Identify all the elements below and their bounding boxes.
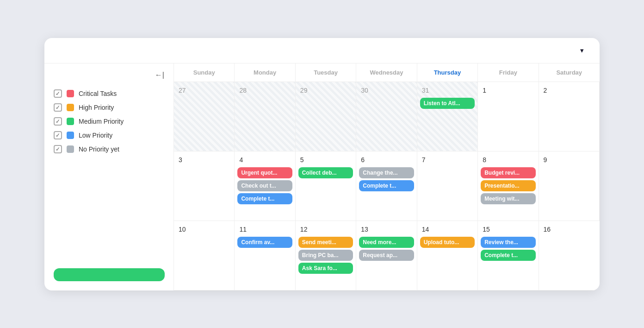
day-cell-1-6[interactable]: 9	[539, 151, 600, 221]
day-number: 12	[298, 225, 310, 234]
day-cell-0-0[interactable]: 27	[174, 82, 235, 151]
calendar-app: ▾ ←| Critical Tasks High Priority Medium…	[44, 38, 600, 290]
day-number: 16	[542, 225, 553, 234]
inapp-badge	[54, 268, 165, 281]
day-number: 1	[481, 86, 488, 95]
day-cell-0-3[interactable]: 30	[356, 82, 417, 151]
header-right: ▾	[577, 46, 588, 55]
color-critical	[67, 90, 74, 97]
checkbox-critical[interactable]	[54, 89, 62, 98]
day-number: 28	[237, 86, 248, 95]
event-chip[interactable]: Complete t...	[237, 193, 292, 204]
checkbox-medium[interactable]	[54, 117, 62, 126]
sidebar-item-critical[interactable]: Critical Tasks	[54, 87, 164, 101]
calendar-grid-area: SundayMondayTuesdayWednesdayThursdayFrid…	[174, 63, 600, 290]
day-number: 8	[481, 155, 488, 164]
event-chip[interactable]: Request ap...	[359, 250, 414, 261]
day-cell-0-4[interactable]: 31Listen to Atl...	[417, 82, 478, 151]
collapse-sidebar-button[interactable]: ←|	[155, 71, 164, 79]
event-chip[interactable]: Budget revi...	[481, 167, 535, 178]
event-chip[interactable]: Complete t...	[359, 180, 414, 191]
label-low: Low Priority	[79, 132, 112, 139]
day-cell-1-1[interactable]: 4Urgent quot...Check out t...Complete t.…	[235, 151, 295, 221]
event-chip[interactable]: Review the...	[481, 237, 535, 248]
label-none: No Priority yet	[79, 145, 119, 153]
header-left	[56, 49, 572, 52]
prev-month-button[interactable]	[65, 49, 72, 52]
event-chip[interactable]: Presentatio...	[481, 180, 535, 191]
day-cell-1-0[interactable]: 3	[174, 151, 235, 221]
color-low	[67, 132, 74, 139]
day-cell-1-3[interactable]: 6Change the...Complete t...	[356, 151, 417, 221]
day-number: 4	[237, 155, 245, 164]
day-number: 30	[359, 86, 370, 95]
sidebar-item-none[interactable]: No Priority yet	[54, 142, 164, 156]
color-high	[67, 104, 74, 111]
day-number: 5	[298, 155, 306, 164]
day-cell-0-2[interactable]: 29	[296, 82, 356, 151]
day-headers-row: SundayMondayTuesdayWednesdayThursdayFrid…	[174, 63, 600, 82]
calendars-header: ←|	[54, 71, 164, 79]
day-cell-2-3[interactable]: 13Need more...Request ap...	[356, 221, 417, 290]
event-chip[interactable]: Confirm av...	[237, 237, 292, 248]
day-header-tuesday: Tuesday	[296, 63, 356, 82]
day-cell-0-1[interactable]: 28	[235, 82, 295, 151]
event-chip[interactable]: Meeting wit...	[481, 193, 535, 204]
sidebar-item-medium[interactable]: Medium Priority	[54, 114, 164, 128]
color-none	[67, 145, 74, 153]
day-header-friday: Friday	[478, 63, 539, 82]
view-selector-button[interactable]: ▾	[577, 46, 584, 55]
event-chip[interactable]: Listen to Atl...	[420, 98, 475, 109]
calendar-grid: 2728293031Listen to Atl...1234Urgent quo…	[174, 82, 600, 290]
view-chevron-icon: ▾	[580, 46, 584, 55]
event-chip[interactable]: Bring PC ba...	[298, 250, 353, 261]
event-chip[interactable]: Need more...	[359, 237, 414, 248]
day-number: 7	[420, 155, 427, 164]
day-number: 9	[542, 155, 549, 164]
label-high: High Priority	[79, 104, 114, 111]
day-cell-2-0[interactable]: 10	[174, 221, 235, 290]
event-chip[interactable]: Complete t...	[481, 250, 535, 261]
event-chip[interactable]: Change the...	[359, 167, 414, 178]
calendar-items-list: Critical Tasks High Priority Medium Prio…	[54, 87, 164, 156]
day-cell-1-5[interactable]: 8Budget revi...Presentatio...Meeting wit…	[478, 151, 539, 221]
day-cell-2-1[interactable]: 11Confirm av...	[235, 221, 295, 290]
day-header-sunday: Sunday	[174, 63, 235, 82]
day-cell-1-2[interactable]: 5Collect deb...	[296, 151, 356, 221]
day-number: 3	[177, 155, 184, 164]
day-cell-0-6[interactable]: 2	[539, 82, 600, 151]
label-critical: Critical Tasks	[79, 90, 117, 97]
day-cell-2-6[interactable]: 16	[539, 221, 600, 290]
checkbox-low[interactable]	[54, 131, 62, 139]
day-number: 6	[359, 155, 366, 164]
sidebar: ←| Critical Tasks High Priority Medium P…	[44, 63, 174, 290]
day-cell-2-5[interactable]: 15Review the...Complete t...	[478, 221, 539, 290]
day-cell-0-5[interactable]: 1	[478, 82, 539, 151]
next-month-button[interactable]	[81, 49, 89, 52]
calendar-header: ▾	[44, 38, 600, 63]
day-number: 10	[177, 225, 188, 234]
day-number: 11	[237, 225, 248, 234]
event-chip[interactable]: Collect deb...	[298, 167, 353, 178]
event-chip[interactable]: Ask Sara fo...	[298, 263, 353, 274]
day-number: 14	[420, 225, 431, 234]
day-number: 2	[542, 86, 549, 95]
day-number: 31	[420, 86, 431, 95]
day-cell-2-4[interactable]: 14Upload tuto...	[417, 221, 478, 290]
sidebar-item-high[interactable]: High Priority	[54, 101, 164, 114]
sidebar-item-low[interactable]: Low Priority	[54, 128, 164, 142]
day-cell-1-4[interactable]: 7	[417, 151, 478, 221]
day-header-saturday: Saturday	[539, 63, 600, 82]
label-medium: Medium Priority	[79, 118, 124, 125]
checkbox-high[interactable]	[54, 103, 62, 112]
event-chip[interactable]: Urgent quot...	[237, 167, 292, 178]
main-area: ←| Critical Tasks High Priority Medium P…	[44, 63, 600, 290]
day-header-monday: Monday	[235, 63, 295, 82]
color-medium	[67, 118, 74, 125]
checkbox-none[interactable]	[54, 145, 62, 153]
event-chip[interactable]: Check out t...	[237, 180, 292, 191]
day-cell-2-2[interactable]: 12Send meeti...Bring PC ba...Ask Sara fo…	[296, 221, 356, 290]
day-number: 27	[177, 86, 188, 95]
event-chip[interactable]: Send meeti...	[298, 237, 353, 248]
event-chip[interactable]: Upload tuto...	[420, 237, 475, 248]
